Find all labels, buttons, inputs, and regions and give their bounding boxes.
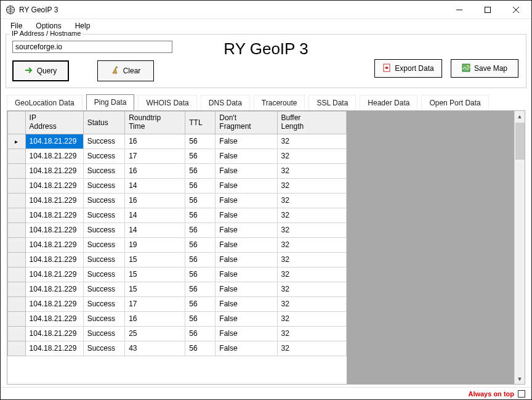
cell-roundtrip[interactable]: 14 — [125, 208, 185, 222]
cell-ip[interactable]: 104.18.21.229 — [25, 222, 83, 237]
cell-buffer-length[interactable]: 32 — [277, 134, 347, 149]
cell-buffer-length[interactable]: 32 — [277, 208, 347, 222]
cell-dont-fragment[interactable]: False — [216, 237, 277, 252]
row-header[interactable] — [8, 208, 26, 222]
table-row[interactable]: 104.18.21.229Success1956False32 — [8, 237, 347, 252]
row-header[interactable] — [8, 252, 26, 267]
col-ttl[interactable]: TTL — [185, 112, 216, 134]
cell-ip[interactable]: 104.18.21.229 — [25, 163, 83, 178]
row-header[interactable] — [8, 341, 26, 356]
row-header[interactable] — [8, 149, 26, 163]
cell-ttl[interactable]: 56 — [185, 149, 216, 163]
cell-buffer-length[interactable]: 32 — [277, 326, 347, 341]
table-row[interactable]: 104.18.21.229Success1656False32 — [8, 163, 347, 178]
cell-status[interactable]: Success — [83, 252, 124, 267]
row-header[interactable] — [8, 222, 26, 237]
table-row[interactable]: 104.18.21.229Success1756False32 — [8, 149, 347, 163]
table-row[interactable]: 104.18.21.229Success1656False32 — [8, 193, 347, 208]
cell-ip[interactable]: 104.18.21.229 — [25, 311, 83, 326]
tab-geolocation-data[interactable]: GeoLocation Data — [7, 95, 83, 110]
cell-roundtrip[interactable]: 15 — [125, 267, 185, 282]
table-row[interactable]: 104.18.21.229Success1656False32 — [8, 311, 347, 326]
cell-dont-fragment[interactable]: False — [216, 341, 277, 356]
cell-ip[interactable]: 104.18.21.229 — [25, 296, 83, 311]
tab-dns-data[interactable]: DNS Data — [201, 95, 250, 110]
col-dont-fragment[interactable]: Don'tFragment — [216, 112, 277, 134]
cell-ttl[interactable]: 56 — [185, 282, 216, 296]
cell-status[interactable]: Success — [83, 208, 124, 222]
cell-roundtrip[interactable]: 15 — [125, 282, 185, 296]
maximize-button[interactable] — [474, 1, 502, 18]
row-header[interactable] — [8, 267, 26, 282]
cell-buffer-length[interactable]: 32 — [277, 282, 347, 296]
table-row[interactable]: 104.18.21.229Success1556False32 — [8, 282, 347, 296]
cell-status[interactable]: Success — [83, 222, 124, 237]
table-row[interactable]: 104.18.21.229Success1756False32 — [8, 296, 347, 311]
row-header[interactable] — [8, 296, 26, 311]
cell-status[interactable]: Success — [83, 341, 124, 356]
cell-status[interactable]: Success — [83, 311, 124, 326]
scroll-up-icon[interactable]: ▲ — [515, 111, 525, 121]
cell-status[interactable]: Success — [83, 178, 124, 193]
cell-roundtrip[interactable]: 17 — [125, 296, 185, 311]
cell-roundtrip[interactable]: 15 — [125, 252, 185, 267]
row-header[interactable]: ▸ — [8, 134, 26, 149]
col-buffer-length[interactable]: BufferLength — [277, 112, 347, 134]
cell-roundtrip[interactable]: 43 — [125, 341, 185, 356]
clear-button[interactable]: Clear — [97, 60, 154, 81]
cell-ttl[interactable]: 56 — [185, 267, 216, 282]
cell-ttl[interactable]: 56 — [185, 163, 216, 178]
vertical-scrollbar[interactable]: ▲ ▼ — [514, 111, 525, 384]
table-row[interactable]: 104.18.21.229Success1456False32 — [8, 222, 347, 237]
table-row[interactable]: 104.18.21.229Success1456False32 — [8, 178, 347, 193]
tab-open-port-data[interactable]: Open Port Data — [421, 95, 488, 110]
cell-roundtrip[interactable]: 16 — [125, 311, 185, 326]
tab-header-data[interactable]: Header Data — [360, 95, 417, 110]
cell-dont-fragment[interactable]: False — [216, 282, 277, 296]
cell-roundtrip[interactable]: 16 — [125, 163, 185, 178]
row-header[interactable] — [8, 282, 26, 296]
cell-roundtrip[interactable]: 19 — [125, 237, 185, 252]
cell-buffer-length[interactable]: 32 — [277, 341, 347, 356]
cell-status[interactable]: Success — [83, 149, 124, 163]
cell-ttl[interactable]: 56 — [185, 193, 216, 208]
row-header[interactable] — [8, 326, 26, 341]
cell-ip[interactable]: 104.18.21.229 — [25, 134, 83, 149]
cell-roundtrip[interactable]: 14 — [125, 222, 185, 237]
cell-ip[interactable]: 104.18.21.229 — [25, 149, 83, 163]
cell-buffer-length[interactable]: 32 — [277, 193, 347, 208]
cell-status[interactable]: Success — [83, 237, 124, 252]
cell-dont-fragment[interactable]: False — [216, 296, 277, 311]
cell-roundtrip[interactable]: 25 — [125, 326, 185, 341]
cell-buffer-length[interactable]: 32 — [277, 267, 347, 282]
tab-ssl-data[interactable]: SSL Data — [308, 95, 356, 110]
cell-buffer-length[interactable]: 32 — [277, 296, 347, 311]
cell-roundtrip[interactable]: 16 — [125, 134, 185, 149]
close-button[interactable] — [502, 1, 530, 18]
cell-buffer-length[interactable]: 32 — [277, 222, 347, 237]
cell-dont-fragment[interactable]: False — [216, 267, 277, 282]
row-header[interactable] — [8, 163, 26, 178]
cell-ttl[interactable]: 56 — [185, 311, 216, 326]
cell-dont-fragment[interactable]: False — [216, 222, 277, 237]
cell-dont-fragment[interactable]: False — [216, 134, 277, 149]
save-map-button[interactable]: Save Map — [451, 59, 518, 78]
cell-dont-fragment[interactable]: False — [216, 208, 277, 222]
cell-buffer-length[interactable]: 32 — [277, 149, 347, 163]
scroll-thumb[interactable] — [515, 123, 525, 160]
row-header[interactable] — [8, 311, 26, 326]
table-row[interactable]: 104.18.21.229Success2556False32 — [8, 326, 347, 341]
cell-ttl[interactable]: 56 — [185, 296, 216, 311]
cell-status[interactable]: Success — [83, 193, 124, 208]
always-on-top-checkbox[interactable] — [518, 390, 525, 398]
query-button[interactable]: Query — [12, 60, 69, 81]
cell-ttl[interactable]: 56 — [185, 222, 216, 237]
cell-buffer-length[interactable]: 32 — [277, 163, 347, 178]
cell-ip[interactable]: 104.18.21.229 — [25, 326, 83, 341]
cell-dont-fragment[interactable]: False — [216, 326, 277, 341]
row-header[interactable] — [8, 237, 26, 252]
cell-status[interactable]: Success — [83, 296, 124, 311]
cell-ip[interactable]: 104.18.21.229 — [25, 237, 83, 252]
cell-ttl[interactable]: 56 — [185, 134, 216, 149]
host-input[interactable] — [12, 41, 172, 53]
